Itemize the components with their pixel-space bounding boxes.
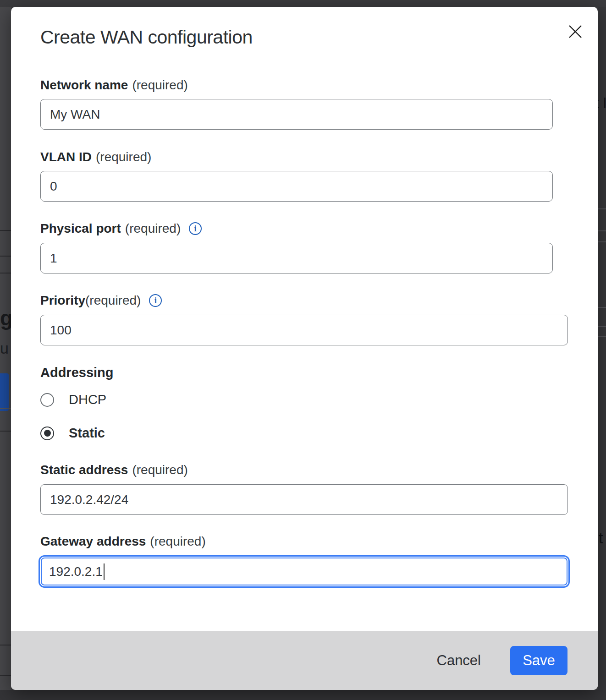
close-icon: [567, 24, 583, 39]
close-button[interactable]: [563, 20, 587, 44]
overlay-top: [0, 0, 606, 7]
text-cursor: [104, 563, 105, 580]
physical-port-label: Physical port (required) i: [40, 221, 202, 236]
bg-row-line: [598, 326, 606, 327]
bg-row-line: [0, 431, 11, 432]
radio-static[interactable]: Static: [40, 426, 105, 441]
overlay-left: g u: [0, 7, 11, 690]
gateway-address-input-inner: 192.0.2.1: [41, 558, 567, 585]
network-name-input[interactable]: My WAN: [40, 99, 553, 130]
overlay-right: t l t: [598, 7, 606, 690]
radio-dhcp[interactable]: DHCP: [40, 392, 106, 407]
vlan-id-label: VLAN ID (required): [40, 150, 151, 164]
bg-row-line: [0, 273, 11, 273]
cancel-button[interactable]: Cancel: [430, 648, 488, 673]
priority-input[interactable]: 100: [40, 315, 568, 345]
radio-circle-unchecked: [40, 393, 54, 407]
bg-row-line: [598, 336, 606, 337]
bg-row-line: [0, 645, 11, 645]
priority-label: Priority (required) i: [40, 293, 162, 308]
dialog-title: Create WAN configuration: [40, 27, 253, 48]
physical-port-input[interactable]: 1: [40, 243, 553, 273]
info-icon[interactable]: i: [189, 222, 202, 235]
bg-row-line: [598, 241, 606, 242]
bg-row-line: [598, 208, 606, 209]
overlay-bottom: [0, 690, 606, 700]
bg-blue-button-fragment: [0, 373, 9, 411]
dialog-footer: Cancel Save: [11, 631, 598, 690]
save-button[interactable]: Save: [510, 646, 567, 675]
bg-row-line: [598, 307, 606, 308]
gateway-address-input[interactable]: 192.0.2.1: [39, 555, 570, 588]
addressing-heading: Addressing: [40, 365, 114, 380]
info-icon[interactable]: i: [149, 294, 162, 307]
bg-row-line: [0, 675, 11, 676]
vlan-id-input[interactable]: 0: [40, 171, 553, 202]
bg-text-fragment: t: [599, 529, 603, 547]
bg-text-fragment: u: [0, 339, 9, 357]
network-name-label: Network name (required): [40, 78, 188, 93]
static-address-label: Static address (required): [40, 463, 188, 477]
static-address-input[interactable]: 192.0.2.42/24: [40, 484, 568, 515]
gateway-address-label: Gateway address (required): [40, 534, 206, 549]
bg-row-line: [598, 230, 606, 231]
bg-row-line: [0, 256, 11, 257]
radio-dot: [44, 430, 51, 437]
bg-text-fragment: t l: [598, 95, 606, 112]
create-wan-dialog: Create WAN configuration Network name (r…: [11, 7, 598, 690]
bg-row-line: [0, 408, 11, 409]
radio-circle-checked: [40, 427, 54, 440]
bg-text-fragment: g: [0, 306, 11, 330]
bg-row-line: [0, 230, 11, 231]
